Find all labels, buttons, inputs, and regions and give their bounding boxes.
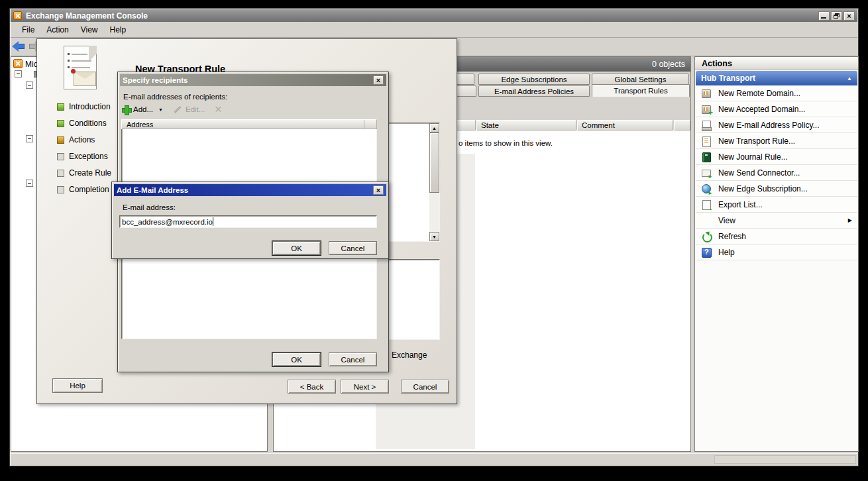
- recipients-label: E-mail addresses of recipients:: [123, 93, 227, 101]
- email-address-input[interactable]: bcc_address@mxrecord.io: [119, 215, 377, 228]
- wizard-step-create-rule: Create Rule: [57, 168, 111, 178]
- remote-domain-icon: [701, 88, 712, 99]
- submenu-arrow-icon: ▶: [848, 217, 852, 223]
- scroll-down-button[interactable]: ▼: [429, 232, 439, 241]
- add-cancel-button[interactable]: Cancel: [329, 241, 377, 255]
- action-new-remote-domain[interactable]: New Remote Domain...: [696, 85, 857, 101]
- tab-transport-rules[interactable]: Transport Rules: [592, 84, 690, 97]
- restore-button[interactable]: [831, 11, 842, 21]
- close-button[interactable]: ×: [843, 11, 855, 21]
- recipients-toolbar: Add... ▼ Edit... ✕: [122, 104, 222, 115]
- dialog-title-bar[interactable]: Specify recipients ×: [120, 74, 386, 86]
- hub-transport-group-header[interactable]: Hub Transport ▲: [696, 71, 857, 85]
- add-plus-icon: [122, 105, 131, 114]
- minimize-button[interactable]: [818, 11, 830, 21]
- step-status-icon: [57, 153, 64, 160]
- exchange-root-icon: [13, 59, 23, 68]
- transport-rule-icon: [701, 136, 712, 146]
- menu-action[interactable]: Action: [40, 23, 74, 36]
- action-new-send-connector[interactable]: New Send Connector...: [696, 165, 857, 181]
- add-email-address-dialog: Add E-Mail Address × E-mail address: bcc…: [111, 182, 389, 259]
- export-list-icon: [701, 199, 712, 210]
- dialog-title: Specify recipients: [123, 76, 188, 84]
- window-title: Exchange Management Console: [26, 11, 148, 21]
- text-caret: [213, 217, 213, 226]
- action-refresh[interactable]: Refresh: [696, 229, 857, 244]
- wizard-next-button[interactable]: Next >: [341, 380, 389, 394]
- menu-help[interactable]: Help: [104, 23, 133, 36]
- recipients-ok-button[interactable]: OK: [272, 352, 321, 366]
- edge-subscription-icon: [701, 184, 712, 194]
- add-ok-button[interactable]: OK: [272, 241, 321, 255]
- menu-view[interactable]: View: [75, 23, 104, 36]
- actions-pane-header: Actions: [695, 57, 858, 70]
- dialog-title-bar[interactable]: Add E-Mail Address ×: [114, 184, 386, 196]
- tab-global-settings[interactable]: Global Settings: [592, 74, 689, 85]
- step-status-icon: [57, 120, 64, 127]
- journal-rule-icon: [701, 152, 712, 162]
- back-button[interactable]: [12, 41, 25, 52]
- recipients-cancel-button[interactable]: Cancel: [329, 352, 377, 366]
- scrollbar-thumb[interactable]: [429, 133, 439, 193]
- desktop: Exchange Management Console × File Actio…: [0, 0, 868, 481]
- tree-expander[interactable]: [15, 70, 22, 78]
- address-column-header[interactable]: Address: [121, 119, 377, 129]
- column-header-state[interactable]: State: [476, 120, 576, 131]
- tree-expander[interactable]: [26, 135, 33, 142]
- accepted-domain-icon: +: [701, 104, 712, 115]
- wizard-step-conditions: Conditions: [57, 119, 107, 128]
- wizard-step-actions: Actions: [57, 135, 95, 144]
- action-new-edge-subscription[interactable]: New Edge Subscription...: [696, 181, 857, 197]
- action-help[interactable]: Help: [696, 244, 857, 260]
- dialog-title: Add E-Mail Address: [117, 186, 188, 194]
- action-new-accepted-domain[interactable]: +New Accepted Domain...: [696, 101, 857, 117]
- collapse-chevron-icon: ▲: [847, 76, 852, 81]
- close-icon[interactable]: ×: [373, 186, 384, 195]
- wizard-document-icon: [64, 46, 97, 89]
- scrollbar[interactable]: ▲ ▼: [429, 123, 439, 241]
- send-connector-icon: [701, 168, 712, 178]
- dropdown-caret-icon[interactable]: ▼: [158, 107, 163, 112]
- tree-expander[interactable]: [26, 180, 33, 187]
- remove-button[interactable]: ✕: [214, 104, 222, 115]
- email-address-label: E-mail address:: [123, 203, 176, 211]
- column-header-comment[interactable]: Comment: [577, 120, 673, 131]
- close-icon[interactable]: ×: [373, 76, 384, 85]
- wizard-cancel-button[interactable]: Cancel: [401, 380, 449, 394]
- step-status-icon: [57, 186, 64, 193]
- objects-count: 0 objects: [652, 60, 685, 69]
- action-view[interactable]: View▶: [696, 213, 857, 229]
- action-new-email-address-policy[interactable]: New E-mail Address Policy...: [696, 117, 857, 133]
- step-status-icon: [57, 103, 64, 111]
- edit-pencil-icon: [174, 106, 182, 113]
- action-new-transport-rule[interactable]: New Transport Rule...: [696, 133, 857, 149]
- wizard-back-button[interactable]: < Back: [288, 380, 336, 394]
- red-dot-icon: [71, 69, 76, 74]
- email-address-policy-icon: [701, 120, 712, 131]
- envelope-icon: [74, 72, 96, 86]
- tab-edge-subscriptions[interactable]: Edge Subscriptions: [478, 74, 590, 85]
- status-bar-segment: [714, 455, 856, 464]
- action-export-list[interactable]: Export List...: [696, 197, 857, 213]
- exchange-logo-icon: [13, 11, 22, 20]
- step-status-icon: [57, 170, 64, 177]
- help-icon: [701, 247, 712, 258]
- wizard-step-exceptions: Exceptions: [57, 152, 108, 161]
- edit-button[interactable]: Edit...: [170, 105, 205, 113]
- window-title-bar[interactable]: Exchange Management Console ×: [11, 9, 857, 22]
- scroll-up-button[interactable]: ▲: [429, 123, 439, 133]
- column-header-filler: [674, 120, 690, 131]
- action-new-journal-rule[interactable]: New Journal Rule...: [696, 149, 857, 165]
- close-icon: ×: [847, 12, 851, 20]
- back-arrow-icon: [12, 41, 19, 52]
- wizard-step-introduction: Introduction: [57, 102, 111, 111]
- wizard-help-button[interactable]: Help: [52, 378, 103, 393]
- menu-bar: File Action View Help: [11, 22, 857, 38]
- refresh-icon: [701, 231, 712, 242]
- add-button[interactable]: Add... ▼: [122, 105, 170, 114]
- empty-view-text: o items to show in this view.: [459, 139, 553, 147]
- tree-expander[interactable]: [26, 81, 33, 89]
- menu-file[interactable]: File: [16, 23, 40, 36]
- tab-email-address-policies[interactable]: E-mail Address Policies: [478, 85, 590, 97]
- wizard-step-completion: Completion: [57, 185, 109, 194]
